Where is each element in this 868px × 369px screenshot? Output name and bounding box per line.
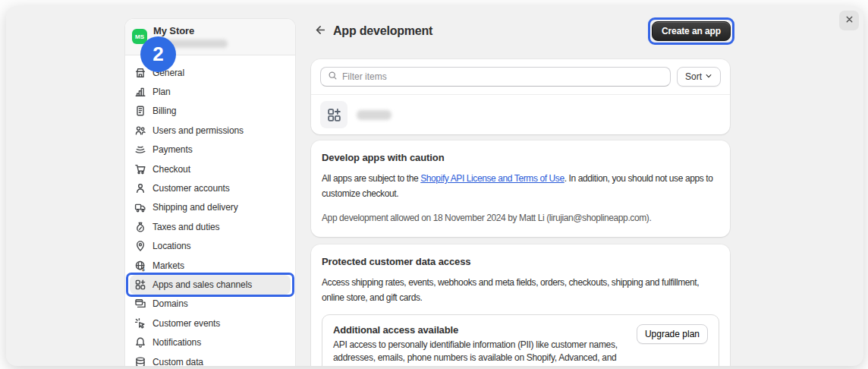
protected-card-title: Protected customer data access: [322, 256, 719, 267]
search-icon: [328, 70, 338, 84]
sidebar-item-label: Taxes and duties: [153, 222, 219, 232]
sidebar-item-label: Domains: [153, 298, 188, 309]
sort-button-label: Sort: [685, 71, 702, 82]
sidebar-item-label: Billing: [153, 106, 176, 116]
main-content: App development Create an app Sort: [311, 18, 730, 366]
store-name: My Store: [153, 25, 194, 36]
caution-card-body: All apps are subject to the Shopify API …: [322, 171, 719, 201]
svg-text:$: $: [142, 266, 145, 271]
sidebar-item-locations[interactable]: Locations: [130, 237, 291, 256]
back-button[interactable]: [311, 23, 328, 39]
sidebar-item-markets[interactable]: $Markets: [130, 256, 291, 275]
annotation-step-badge: 2: [140, 36, 176, 72]
shopify-api-license-link[interactable]: Shopify API License and Terms of Use: [420, 173, 565, 184]
users-icon: [134, 125, 146, 137]
app-grid-plus-icon: [320, 101, 348, 128]
sidebar-item-label: Plan: [153, 87, 171, 97]
annotation-highlight-create-button: Create an app: [648, 17, 734, 45]
page-background: MS My Store GeneralPlanBillingUsers and …: [0, 0, 868, 369]
caution-body-text: All apps are subject to the: [322, 173, 420, 184]
sidebar-item-label: Payments: [153, 144, 193, 155]
sidebar-item-apps-and-sales-channels[interactable]: Apps and sales channels: [130, 275, 291, 294]
apps-list-card: Sort: [311, 59, 730, 134]
notifications-icon: [134, 336, 146, 348]
sidebar-item-label: Custom data: [153, 357, 203, 366]
taxes-icon: [134, 221, 146, 233]
filter-row: Sort: [311, 59, 730, 94]
sidebar-item-customer-events[interactable]: Customer events: [130, 314, 291, 333]
app-development-allowed-note: App development allowed on 18 November 2…: [322, 210, 719, 226]
sidebar-item-checkout[interactable]: Checkout: [130, 159, 291, 178]
app-list-item[interactable]: [311, 95, 730, 134]
shipping-icon: [134, 201, 146, 213]
caution-card: Develop apps with caution All apps are s…: [311, 140, 730, 237]
protected-data-card: Protected customer data access Access sh…: [311, 244, 730, 366]
filter-items-input[interactable]: [342, 71, 663, 82]
locations-icon: [134, 240, 146, 252]
sidebar-item-label: Users and permissions: [153, 125, 244, 136]
additional-access-title: Additional access available: [333, 324, 627, 336]
customer-events-icon: [134, 317, 146, 330]
page-title: App development: [333, 24, 648, 38]
chevron-down-icon: [705, 71, 712, 82]
sidebar-item-label: Checkout: [153, 164, 190, 175]
sidebar-item-billing[interactable]: Billing: [130, 102, 291, 121]
plan-icon: [134, 86, 146, 98]
apps-icon: [134, 279, 146, 291]
sidebar-item-notifications[interactable]: Notifications: [130, 333, 291, 352]
sidebar-items: GeneralPlanBillingUsers and permissionsP…: [125, 55, 295, 366]
markets-icon: $: [134, 260, 146, 272]
sidebar-item-domains[interactable]: Domains: [130, 295, 291, 314]
sidebar-item-taxes-and-duties[interactable]: Taxes and duties: [130, 217, 291, 236]
payments-icon: [134, 144, 146, 156]
sidebar-item-label: Notifications: [153, 337, 201, 348]
close-icon: [844, 14, 854, 27]
app-name-redacted: [357, 110, 392, 120]
checkout-icon: [134, 163, 146, 175]
store-icon: [134, 67, 146, 79]
billing-icon: [134, 105, 146, 117]
sidebar-item-label: Locations: [153, 241, 190, 251]
sidebar-item-users-and-permissions[interactable]: Users and permissions: [130, 121, 291, 140]
additional-access-body: API access to personally identifiable in…: [333, 339, 627, 366]
filter-input-wrapper: [320, 67, 671, 87]
sidebar-item-plan[interactable]: Plan: [130, 82, 291, 101]
sort-button[interactable]: Sort: [677, 67, 721, 87]
additional-access-card: Additional access available API access t…: [322, 314, 719, 366]
sidebar-item-customer-accounts[interactable]: Customer accounts: [130, 178, 291, 197]
sidebar-item-label: Customer events: [153, 318, 220, 329]
caution-card-title: Develop apps with caution: [322, 152, 719, 163]
close-button[interactable]: [839, 11, 859, 30]
page-header: App development Create an app: [311, 18, 730, 44]
sidebar-item-payments[interactable]: Payments: [130, 140, 291, 159]
custom-data-icon: [134, 356, 146, 366]
customer-accounts-icon: [134, 182, 146, 194]
additional-access-text: Additional access available API access t…: [333, 324, 627, 366]
sidebar-item-label: Shipping and delivery: [153, 202, 238, 213]
sidebar-item-custom-data[interactable]: Custom data: [130, 352, 291, 366]
back-arrow-icon: [313, 24, 326, 39]
create-an-app-button[interactable]: Create an app: [652, 21, 731, 41]
sidebar-item-label: Markets: [153, 260, 184, 271]
settings-modal: MS My Store GeneralPlanBillingUsers and …: [6, 6, 863, 366]
domains-icon: [134, 298, 146, 310]
sidebar-item-shipping-and-delivery[interactable]: Shipping and delivery: [130, 198, 291, 217]
sidebar-item-label: Apps and sales channels: [153, 279, 252, 290]
sidebar-item-label: Customer accounts: [153, 183, 230, 194]
protected-card-body: Access shipping rates, events, webhooks …: [322, 275, 719, 305]
upgrade-plan-button[interactable]: Upgrade plan: [637, 324, 708, 344]
